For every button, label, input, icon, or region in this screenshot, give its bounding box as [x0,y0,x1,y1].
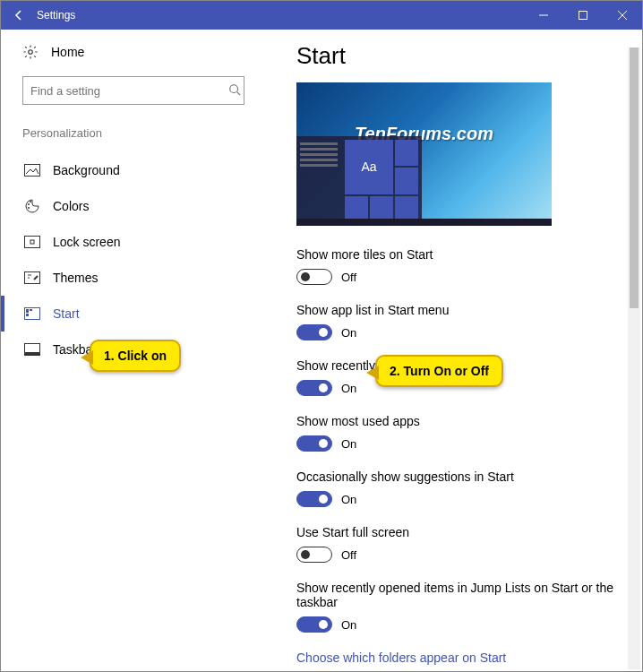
title-bar: Settings [1,1,642,30]
toggle-state: On [341,382,356,395]
svg-point-9 [30,201,31,202]
setting-label: Use Start full screen [296,525,624,539]
svg-rect-12 [30,240,34,244]
sidebar-item-colors[interactable]: Colors [22,188,266,224]
toggle-switch[interactable] [296,435,332,452]
sidebar-item-label: Colors [53,199,89,213]
svg-rect-17 [26,314,29,316]
setting-label: Show most used apps [296,414,624,428]
scroll-thumb[interactable] [630,47,639,308]
scrollbar[interactable] [628,47,640,669]
svg-point-10 [28,207,30,209]
svg-rect-13 [25,272,40,284]
setting-label: Show more tiles on Start [296,247,624,262]
home-label: Home [51,45,84,59]
search-input[interactable] [22,76,244,105]
setting-row: Show more tiles on Start Off [296,247,624,285]
preview-tile: Aa [345,140,393,194]
close-button[interactable] [603,1,642,30]
svg-rect-7 [25,165,40,177]
page-heading: Start [296,42,624,70]
setting-row: Show most used apps On [296,414,624,452]
colors-icon [24,198,40,214]
setting-label: Occasionally show suggestions in Start [296,470,624,484]
start-icon [24,306,40,322]
toggle-switch[interactable] [296,491,332,507]
sidebar-item-background[interactable]: Background [22,152,266,188]
toggle-state: On [341,326,356,340]
svg-rect-15 [26,309,29,313]
window-title: Settings [37,9,75,22]
svg-rect-16 [30,309,32,311]
sidebar-item-label: Themes [53,271,99,285]
toggle-state: On [341,493,356,506]
callout-1: 1. Click on [90,340,181,372]
themes-icon [24,270,40,286]
main-panel: Start TenForums.com Aa Show more tiles o… [287,30,642,671]
toggle-state: On [341,618,356,632]
sidebar-item-start[interactable]: Start [22,296,266,332]
svg-rect-19 [25,352,40,356]
setting-row: Show recently opened items in Jump Lists… [296,581,624,633]
toggle-state: On [341,437,356,451]
setting-row: Use Start full screen Off [296,525,624,563]
setting-label: Show recently opened items in Jump Lists… [296,581,624,609]
toggle-switch[interactable] [296,380,332,396]
sidebar-item-label: Lock screen [53,235,120,249]
svg-point-5 [230,85,238,93]
toggle-switch[interactable] [296,324,332,340]
folders-link[interactable]: Choose which folders appear on Start [296,650,624,665]
category-label: Personalization [22,126,266,140]
svg-point-8 [28,203,30,205]
svg-rect-11 [25,237,40,248]
callout-2: 2. Turn On or Off [375,355,503,387]
search-box[interactable] [22,76,266,105]
toggle-switch[interactable] [296,547,332,563]
sidebar-item-lockscreen[interactable]: Lock screen [22,224,266,260]
maximize-button[interactable] [563,1,603,30]
minimize-button[interactable] [524,1,563,30]
svg-rect-1 [579,12,587,20]
background-icon [24,162,40,178]
setting-label: Show app list in Start menu [296,303,624,317]
lockscreen-icon [24,234,40,250]
toggle-state: Off [341,271,356,284]
svg-line-6 [237,92,241,96]
svg-point-4 [29,50,33,55]
setting-row: Show app list in Start menu On [296,303,624,340]
setting-row: Occasionally show suggestions in Start O… [296,470,624,507]
sidebar-item-label: Background [53,163,120,177]
home-nav[interactable]: Home [22,44,266,60]
sidebar-item-label: Start [53,306,80,321]
sidebar-item-themes[interactable]: Themes [22,260,266,296]
toggle-switch[interactable] [296,269,332,285]
gear-icon [22,44,39,60]
toggle-switch[interactable] [296,616,332,633]
taskbar-icon [24,341,40,358]
back-button[interactable] [1,1,37,30]
search-icon [228,83,241,96]
toggle-state: Off [341,548,356,562]
start-preview: TenForums.com Aa [296,82,552,226]
